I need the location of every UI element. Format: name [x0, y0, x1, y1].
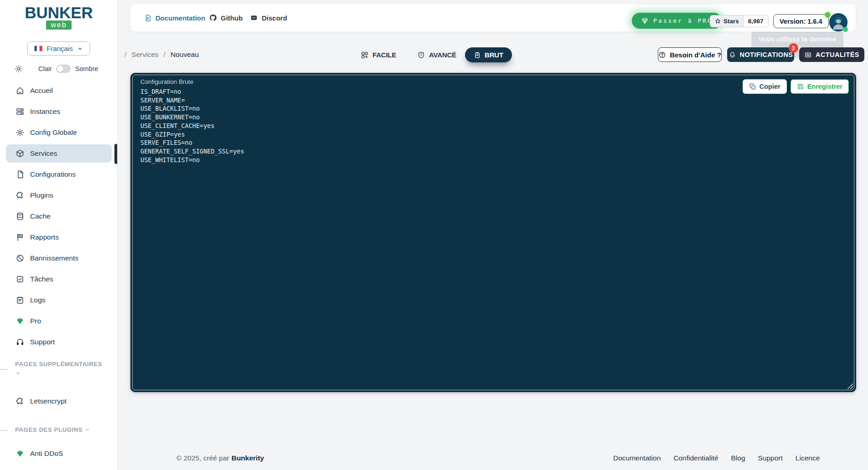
- logo-text-bunker: BUNKER: [0, 5, 118, 21]
- sidebar-item-taches[interactable]: Tâches: [6, 270, 112, 288]
- chevron-down-icon[interactable]: [84, 427, 90, 433]
- sidebar-item-label: Config Globale: [30, 128, 77, 137]
- section-pages-supplementaires[interactable]: PAGES SUPPLÉMENTAIRES: [15, 360, 110, 378]
- mode-facile-button[interactable]: FACILE: [361, 47, 396, 62]
- discord-label: Discord: [262, 14, 287, 22]
- sidebar-nav: Accueil Instances Config Globale Service…: [0, 82, 118, 354]
- documentation-link[interactable]: Documentation: [144, 4, 205, 31]
- language-selector[interactable]: Français: [27, 41, 90, 56]
- sidebar-item-bannissements[interactable]: Bannissements: [6, 249, 112, 267]
- floppy-icon: [797, 83, 804, 90]
- mode-label: AVANCÉ: [429, 51, 456, 59]
- notepad-icon: [16, 296, 25, 305]
- sidebar-item-pro[interactable]: Pro: [6, 312, 112, 330]
- news-button[interactable]: ACTUALITÉS: [799, 47, 864, 62]
- section-pages-des-plugins[interactable]: PAGES DES PLUGINS: [15, 425, 110, 434]
- company-link[interactable]: Bunkerity: [232, 454, 264, 462]
- section-dash: [0, 369, 7, 370]
- chevron-down-icon[interactable]: [15, 370, 21, 376]
- french-flag-icon: [34, 46, 42, 51]
- sidebar-item-config-globale[interactable]: Config Globale: [6, 123, 112, 142]
- breadcrumb: / Services / Nouveau: [124, 51, 199, 59]
- sidebar-item-support[interactable]: Support: [6, 333, 112, 351]
- sidebar-item-letsencrypt[interactable]: Letsencrypt: [6, 392, 111, 410]
- notifications-label: NOTIFICATIONS: [740, 51, 793, 58]
- theme-light-label: Clair: [38, 65, 52, 72]
- sidebar-item-label: Cache: [30, 212, 51, 220]
- footer-links: Documentation Confidentialité Blog Suppo…: [613, 454, 820, 462]
- footer-link-blog[interactable]: Blog: [731, 454, 745, 462]
- chevron-down-icon: [77, 46, 83, 52]
- grid-plus-icon: [361, 51, 369, 59]
- help-button-label: Besoin d'Aide ?: [670, 51, 721, 59]
- sidebar-item-label: Configurations: [30, 170, 76, 179]
- headset-icon: [16, 337, 25, 347]
- theme-toggle[interactable]: [56, 65, 71, 73]
- notifications-button[interactable]: NOTIFICATIONS 3: [727, 47, 794, 62]
- bunkerweb-logo[interactable]: BUNKER web: [0, 5, 118, 30]
- sidebar-item-anti-ddos[interactable]: Anti DDoS: [6, 444, 111, 463]
- breadcrumb-separator: /: [124, 51, 126, 59]
- sidebar: BUNKER web Français Clair Sombre Accueil…: [0, 0, 118, 470]
- sidebar-scrollbar-thumb[interactable]: [114, 144, 118, 164]
- sidebar-item-label: Anti DDoS: [30, 450, 63, 458]
- section-label: PAGES DES PLUGINS: [15, 426, 83, 433]
- footer-link-support[interactable]: Support: [758, 454, 783, 462]
- sidebar-item-label: Bannissements: [30, 254, 78, 262]
- sidebar-item-configurations[interactable]: Configurations: [6, 165, 112, 184]
- sidebar-item-label: Letsencrypt: [30, 397, 67, 405]
- raw-config-editor[interactable]: Configuration Brute IS_DRAFT=no SERVER_N…: [130, 73, 856, 392]
- puzzle-icon: [16, 397, 25, 406]
- config-textarea[interactable]: IS_DRAFT=no SERVER_NAME= USE_BLACKLIST=n…: [140, 87, 244, 164]
- discord-link[interactable]: Discord: [250, 4, 287, 31]
- notifications-count-badge: 3: [789, 43, 798, 53]
- mode-brut-button[interactable]: BRUT: [465, 47, 512, 62]
- github-label: Github: [221, 14, 243, 22]
- upgrade-pro-button[interactable]: Passer à PRO: [632, 13, 722, 29]
- sidebar-item-cache[interactable]: Cache: [6, 207, 112, 225]
- cube-icon: [16, 149, 25, 158]
- stars-count: 8,987: [744, 15, 768, 27]
- sidebar-item-rapports[interactable]: Rapports: [6, 228, 112, 246]
- star-icon: [714, 18, 721, 25]
- save-button[interactable]: Enregistrer: [790, 79, 849, 94]
- sidebar-item-instances[interactable]: Instances: [6, 102, 112, 121]
- github-link[interactable]: Github: [209, 4, 243, 31]
- sidebar-item-services[interactable]: Services: [6, 144, 112, 163]
- version-badge[interactable]: Version: 1.6.4: [773, 14, 829, 28]
- copy-button[interactable]: Copier: [743, 79, 787, 94]
- mode-avance-button[interactable]: AVANCÉ: [417, 47, 456, 62]
- file-icon: [16, 170, 25, 179]
- discord-icon: [250, 14, 258, 22]
- gear-icon: [16, 128, 25, 137]
- theme-dark-label: Sombre: [75, 65, 98, 72]
- editor-label: Configuration Brute: [140, 78, 193, 85]
- version-label: Version: 1.6.4: [780, 18, 822, 25]
- gem-icon: [641, 17, 649, 25]
- question-circle-icon: [658, 51, 666, 59]
- sidebar-item-logs[interactable]: Logs: [6, 291, 112, 309]
- breadcrumb-current: Nouveau: [170, 51, 199, 59]
- database-icon: [16, 212, 25, 221]
- sun-icon: [14, 64, 23, 73]
- newspaper-icon: [804, 51, 812, 59]
- bunkerweb-app: BUNKER web Français Clair Sombre Accueil…: [0, 0, 868, 470]
- sidebar-item-label: Support: [30, 338, 55, 346]
- copyright-text: © 2025, créé par: [176, 454, 229, 462]
- breadcrumb-services[interactable]: Services: [131, 51, 158, 59]
- servers-icon: [16, 107, 25, 116]
- checkered-flag-icon: [16, 233, 25, 242]
- github-stars-badge[interactable]: Stars 8,987: [710, 15, 769, 27]
- textarea-resize-handle[interactable]: [846, 382, 853, 389]
- sidebar-item-accueil[interactable]: Accueil: [6, 82, 112, 100]
- sidebar-item-plugins[interactable]: Plugins: [6, 186, 112, 204]
- news-label: ACTUALITÉS: [816, 51, 859, 58]
- sidebar-item-partial[interactable]: [6, 465, 111, 470]
- section-dash: [0, 430, 7, 431]
- help-button[interactable]: Besoin d'Aide ?: [658, 47, 722, 62]
- user-avatar[interactable]: [829, 13, 847, 31]
- footer-link-confidentialite[interactable]: Confidentialité: [673, 454, 718, 462]
- footer-link-licence[interactable]: Licence: [796, 454, 820, 462]
- document-icon: [144, 14, 152, 22]
- footer-link-documentation[interactable]: Documentation: [613, 454, 661, 462]
